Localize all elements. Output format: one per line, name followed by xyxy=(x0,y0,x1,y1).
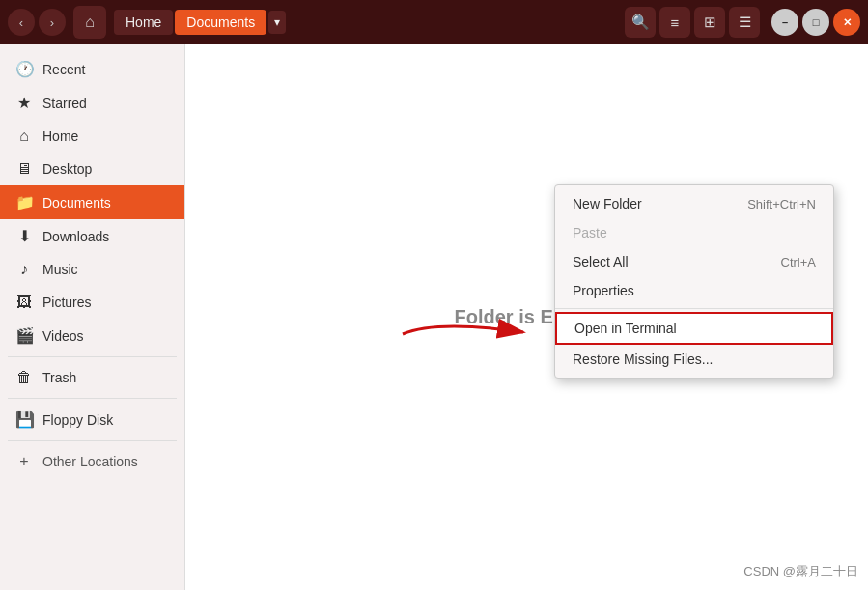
sidebar-item-recent[interactable]: 🕐 Recent xyxy=(0,52,184,86)
context-menu: New Folder Shift+Ctrl+N Paste Select All… xyxy=(554,184,834,379)
recent-icon: 🕐 xyxy=(15,60,33,78)
ctx-restore-missing-label: Restore Missing Files... xyxy=(573,351,713,367)
home-icon: ⌂ xyxy=(85,14,95,31)
sidebar-label-home: Home xyxy=(42,128,78,144)
downloads-icon: ⬇ xyxy=(15,227,33,245)
sidebar-item-documents[interactable]: 📁 Documents xyxy=(0,185,184,219)
ctx-new-folder-shortcut: Shift+Ctrl+N xyxy=(747,197,816,211)
sidebar-label-videos: Videos xyxy=(42,328,84,344)
sidebar-label-downloads: Downloads xyxy=(42,229,109,244)
ctx-restore-missing[interactable]: Restore Missing Files... xyxy=(555,345,833,374)
ctx-open-terminal-label: Open in Terminal xyxy=(574,321,677,336)
sidebar-item-home[interactable]: ⌂ Home xyxy=(0,120,184,153)
pictures-icon: 🖼 xyxy=(15,294,33,311)
sidebar-item-downloads[interactable]: ⬇ Downloads xyxy=(0,219,184,253)
desktop-icon: 🖥 xyxy=(15,160,33,178)
ctx-properties-label: Properties xyxy=(573,283,634,298)
sidebar-label-trash: Trash xyxy=(42,370,76,385)
breadcrumb-dropdown-button[interactable]: ▾ xyxy=(268,11,286,34)
ctx-open-terminal[interactable]: Open in Terminal xyxy=(555,312,833,345)
watermark: CSDN @露月二十日 xyxy=(743,563,858,580)
ctx-new-folder-label: New Folder xyxy=(573,196,642,211)
home-sidebar-icon: ⌂ xyxy=(15,127,33,145)
ctx-paste-label: Paste xyxy=(573,225,607,240)
sidebar-item-starred[interactable]: ★ Starred xyxy=(0,86,184,120)
window-controls: – □ ✕ xyxy=(771,9,860,36)
sidebar: 🕐 Recent ★ Starred ⌂ Home 🖥 Desktop 📁 Do… xyxy=(0,44,185,590)
sidebar-item-floppy[interactable]: 💾 Floppy Disk xyxy=(0,403,184,436)
forward-button[interactable]: › xyxy=(39,9,66,36)
view-toggle-icon: ⊞ xyxy=(704,14,716,31)
sidebar-label-documents: Documents xyxy=(42,195,111,211)
ctx-separator xyxy=(555,308,833,309)
arrow-annotation xyxy=(398,305,552,367)
sidebar-label-starred: Starred xyxy=(42,96,87,111)
view-toggle-button[interactable]: ⊞ xyxy=(694,7,725,38)
ctx-paste: Paste xyxy=(555,218,833,247)
titlebar: ‹ › ⌂ Home Documents ▾ 🔍 ≡ ⊞ ☰ – □ ✕ xyxy=(0,0,868,44)
breadcrumb-documents[interactable]: Documents xyxy=(175,10,266,35)
home-icon-button[interactable]: ⌂ xyxy=(73,6,106,39)
sidebar-item-desktop[interactable]: 🖥 Desktop xyxy=(0,153,184,185)
add-location-icon: + xyxy=(15,453,33,470)
menu-icon: ☰ xyxy=(739,14,751,31)
ctx-select-all-label: Select All xyxy=(573,254,629,269)
watermark-text: CSDN @露月二十日 xyxy=(743,564,858,578)
sidebar-item-videos[interactable]: 🎬 Videos xyxy=(0,319,184,352)
ctx-select-all[interactable]: Select All Ctrl+A xyxy=(555,247,833,276)
breadcrumb: Home Documents ▾ xyxy=(114,10,286,35)
sidebar-item-pictures[interactable]: 🖼 Pictures xyxy=(0,286,184,319)
maximize-button[interactable]: □ xyxy=(802,9,829,36)
close-button[interactable]: ✕ xyxy=(833,9,860,36)
menu-button[interactable]: ☰ xyxy=(729,7,760,38)
trash-icon: 🗑 xyxy=(15,369,33,386)
file-area[interactable]: Folder is Empty New Folder Shift+Ctrl+N … xyxy=(185,44,868,590)
search-icon: 🔍 xyxy=(631,14,650,31)
sidebar-label-floppy: Floppy Disk xyxy=(42,412,113,428)
sidebar-item-music[interactable]: ♪ Music xyxy=(0,253,184,286)
floppy-icon: 💾 xyxy=(15,410,33,429)
ctx-new-folder[interactable]: New Folder Shift+Ctrl+N xyxy=(555,189,833,218)
back-icon: ‹ xyxy=(19,15,23,30)
sidebar-label-music: Music xyxy=(42,262,78,277)
list-view-button[interactable]: ≡ xyxy=(659,7,690,38)
forward-icon: › xyxy=(50,15,54,30)
back-button[interactable]: ‹ xyxy=(8,9,35,36)
minimize-button[interactable]: – xyxy=(771,9,798,36)
starred-icon: ★ xyxy=(15,94,33,112)
sidebar-divider-1 xyxy=(8,356,177,357)
breadcrumb-home[interactable]: Home xyxy=(114,10,173,35)
search-button[interactable]: 🔍 xyxy=(625,7,656,38)
list-view-icon: ≡ xyxy=(671,14,680,31)
ctx-select-all-shortcut: Ctrl+A xyxy=(781,255,816,269)
videos-icon: 🎬 xyxy=(15,326,33,345)
sidebar-label-desktop: Desktop xyxy=(42,161,92,177)
sidebar-label-recent: Recent xyxy=(42,62,85,77)
documents-icon: 📁 xyxy=(15,193,33,211)
sidebar-label-other-locations: Other Locations xyxy=(42,454,138,469)
sidebar-item-other-locations[interactable]: + Other Locations xyxy=(0,445,184,478)
sidebar-item-trash[interactable]: 🗑 Trash xyxy=(0,361,184,394)
sidebar-label-pictures: Pictures xyxy=(42,295,92,310)
sidebar-divider-3 xyxy=(8,440,177,441)
sidebar-divider-2 xyxy=(8,398,177,399)
ctx-properties[interactable]: Properties xyxy=(555,276,833,305)
music-icon: ♪ xyxy=(15,261,33,278)
main-area: 🕐 Recent ★ Starred ⌂ Home 🖥 Desktop 📁 Do… xyxy=(0,44,868,590)
titlebar-actions: 🔍 ≡ ⊞ ☰ xyxy=(625,7,760,38)
